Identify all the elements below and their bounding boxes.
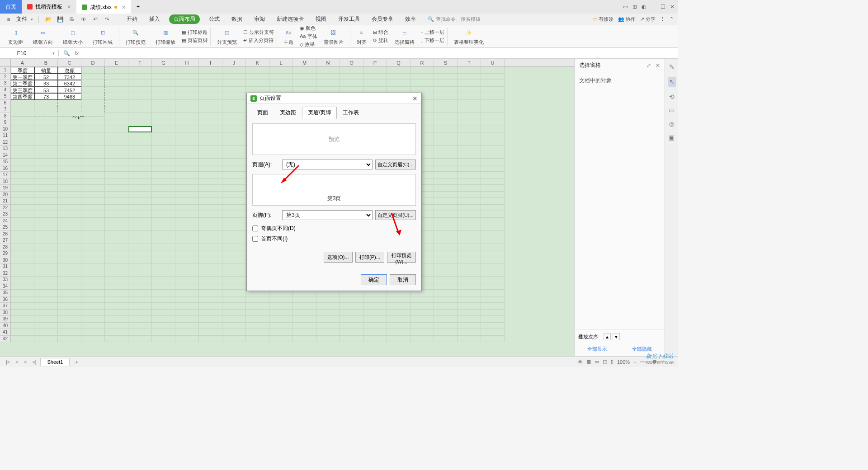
cell[interactable] — [81, 323, 105, 329]
cell[interactable] — [175, 290, 199, 296]
select-icon[interactable]: ↖ — [668, 77, 676, 87]
cell[interactable] — [199, 119, 222, 126]
cell[interactable] — [316, 303, 340, 310]
cell[interactable] — [246, 67, 269, 74]
row-header[interactable]: 29 — [0, 250, 11, 257]
cell[interactable] — [81, 205, 105, 212]
cell[interactable] — [458, 126, 481, 133]
cell[interactable] — [152, 172, 175, 179]
cell[interactable] — [363, 310, 387, 316]
cell[interactable] — [481, 87, 505, 94]
cell[interactable] — [175, 205, 199, 212]
cell[interactable] — [152, 290, 175, 296]
cell[interactable] — [481, 316, 505, 323]
share-button[interactable]: ↗分享 — [640, 16, 656, 23]
cell[interactable] — [105, 283, 128, 290]
cell[interactable] — [481, 283, 505, 290]
cell[interactable] — [34, 211, 58, 218]
cell[interactable] — [199, 283, 222, 290]
cell[interactable] — [105, 231, 128, 238]
cell[interactable] — [81, 87, 105, 94]
cell[interactable] — [199, 87, 222, 94]
cell[interactable] — [199, 263, 222, 270]
cell[interactable] — [128, 303, 152, 310]
cell[interactable] — [458, 250, 481, 257]
cell[interactable] — [222, 218, 246, 225]
cell[interactable] — [293, 67, 316, 74]
cell[interactable] — [175, 323, 199, 329]
cell[interactable] — [34, 205, 58, 212]
cell[interactable] — [81, 67, 105, 74]
cell[interactable] — [199, 172, 222, 179]
cell[interactable] — [199, 211, 222, 218]
row-header[interactable]: 13 — [0, 146, 11, 152]
cell[interactable] — [105, 87, 128, 94]
cell[interactable] — [434, 283, 458, 290]
cell[interactable] — [152, 93, 175, 100]
cell[interactable] — [458, 87, 481, 94]
cell[interactable] — [11, 290, 34, 296]
cell[interactable] — [105, 80, 128, 87]
cell[interactable] — [316, 336, 340, 343]
cell[interactable] — [34, 198, 58, 205]
cell[interactable] — [34, 237, 58, 244]
cell[interactable] — [81, 198, 105, 205]
cell[interactable] — [175, 119, 199, 126]
cell[interactable] — [152, 231, 175, 238]
cell[interactable] — [293, 329, 316, 336]
cell[interactable] — [152, 159, 175, 165]
print-button[interactable]: 打印(P)... — [355, 252, 384, 263]
tab-home[interactable]: 首页 — [0, 0, 22, 14]
row-header[interactable]: 2 — [0, 74, 11, 80]
tab-efficiency[interactable]: 效率 — [402, 14, 419, 24]
row-header[interactable]: 1 — [0, 67, 11, 74]
cell[interactable] — [458, 139, 481, 146]
cell[interactable] — [387, 67, 410, 74]
cell[interactable] — [81, 211, 105, 218]
cell[interactable] — [34, 303, 58, 310]
cell[interactable] — [128, 296, 152, 303]
cell[interactable] — [152, 74, 175, 80]
cell[interactable] — [128, 132, 152, 139]
tab-formula[interactable]: 公式 — [206, 14, 222, 24]
cell[interactable] — [199, 296, 222, 303]
cell[interactable] — [458, 93, 481, 100]
cell[interactable] — [340, 87, 363, 94]
cell[interactable]: 7452 — [58, 87, 81, 94]
cell[interactable] — [34, 270, 58, 277]
cell[interactable] — [34, 172, 58, 179]
open-icon[interactable]: 📂 — [44, 15, 52, 24]
cell[interactable] — [11, 263, 34, 270]
cell[interactable] — [434, 132, 458, 139]
cell[interactable] — [458, 192, 481, 198]
cell[interactable] — [58, 205, 81, 212]
name-box[interactable]: ▾ — [0, 50, 59, 56]
col-header[interactable]: T — [458, 59, 481, 66]
cell[interactable] — [434, 316, 458, 323]
row-header[interactable]: 4 — [0, 87, 11, 94]
cell[interactable] — [222, 290, 246, 296]
cell[interactable] — [81, 159, 105, 165]
cell[interactable] — [222, 74, 246, 80]
cell[interactable] — [128, 329, 152, 336]
cell[interactable] — [128, 146, 152, 152]
cell[interactable] — [11, 303, 34, 310]
cell[interactable] — [434, 211, 458, 218]
cell[interactable] — [434, 146, 458, 152]
cell[interactable] — [340, 316, 363, 323]
cell[interactable] — [434, 93, 458, 100]
cell[interactable] — [175, 179, 199, 185]
row-header[interactable]: 8 — [0, 113, 11, 120]
cell[interactable] — [199, 152, 222, 159]
cell[interactable] — [128, 198, 152, 205]
cell[interactable] — [11, 250, 34, 257]
cell[interactable] — [105, 74, 128, 80]
cell[interactable] — [434, 310, 458, 316]
cell[interactable] — [128, 336, 152, 343]
cell[interactable] — [222, 244, 246, 251]
cell[interactable] — [410, 336, 434, 343]
cell[interactable] — [175, 250, 199, 257]
cell[interactable] — [81, 283, 105, 290]
cell[interactable] — [152, 224, 175, 231]
cell[interactable] — [222, 172, 246, 179]
